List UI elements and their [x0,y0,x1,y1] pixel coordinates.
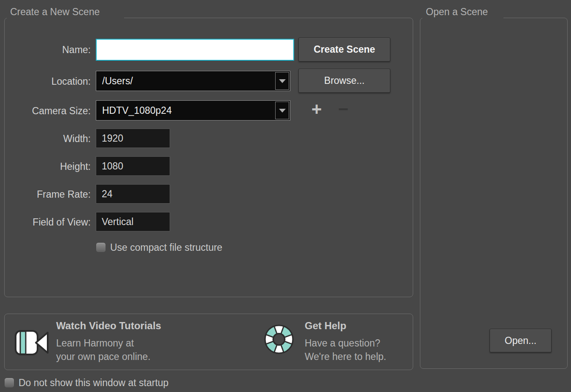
scene-name-input[interactable] [96,39,294,61]
video-tutorials-heading: Watch Video Tutorials [56,320,161,332]
width-label: Width: [4,133,91,144]
compact-file-structure-checkbox[interactable] [96,242,106,252]
open-scene-group [420,18,568,369]
compact-file-structure-label: Use compact file structure [110,242,222,253]
camera-size-dropdown-button[interactable] [275,102,289,119]
browse-button-label: Browse... [324,75,365,86]
frame-rate-label: Frame Rate: [4,189,91,200]
field-of-view-label: Field of View: [4,217,91,228]
open-scene-button-label: Open... [505,335,536,346]
browse-button[interactable]: Browse... [298,69,390,93]
chevron-down-icon [279,109,286,113]
open-scene-border-mask [422,17,503,19]
do-not-show-label: Do not show this window at startup [19,377,168,389]
create-scene-button[interactable]: Create Scene [298,38,390,62]
width-field[interactable] [96,129,170,148]
life-ring-icon [263,324,295,357]
location-value: /Users/ [102,75,133,87]
get-help-heading: Get Help [305,320,346,332]
camera-size-dropdown[interactable]: HDTV_1080p24 [96,100,290,121]
video-tutorials-line1: Learn Harmony at [56,337,134,349]
create-scene-border-mask [7,17,124,19]
height-field[interactable] [96,156,170,176]
camera-size-value: HDTV_1080p24 [102,105,172,116]
location-dropdown-button[interactable] [275,72,289,90]
video-camera-icon [14,327,49,360]
get-help-line2: We're here to help. [305,351,386,362]
video-tutorials-line2: your own pace online. [56,351,151,362]
frame-rate-field[interactable] [96,184,170,204]
add-resolution-button[interactable]: + [311,102,322,117]
open-scene-button[interactable]: Open... [490,329,552,352]
camera-size-label: Camera Size: [4,105,91,116]
create-scene-group-title: Create a New Scene [10,6,100,17]
do-not-show-checkbox[interactable] [4,378,14,388]
open-scene-group-title: Open a Scene [426,6,488,17]
welcome-dialog: Create a New Scene Name: Create Scene Lo… [0,0,571,392]
field-of-view-field[interactable] [96,212,170,231]
create-scene-button-label: Create Scene [314,44,375,55]
name-label: Name: [4,44,91,55]
location-dropdown[interactable]: /Users/ [96,71,290,91]
height-label: Height: [4,161,91,172]
chevron-down-icon [279,79,286,83]
remove-resolution-button[interactable]: − [338,102,349,117]
get-help-line1: Have a question? [305,337,380,349]
location-label: Location: [4,76,91,87]
